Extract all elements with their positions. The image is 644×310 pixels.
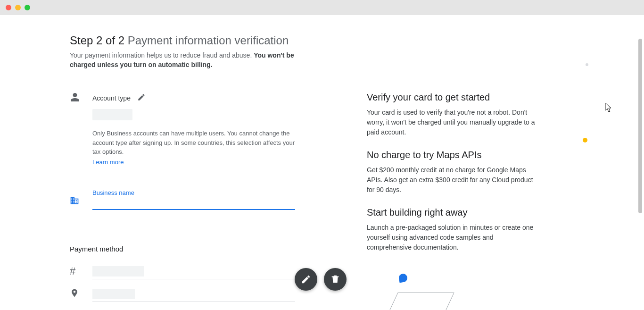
card-number-value [92,266,144,276]
window-maximize-button[interactable] [25,5,30,10]
location-icon [70,288,79,300]
billing-address-field[interactable] [92,286,295,302]
page-body: Step 2 of 2 Payment information verifica… [0,15,644,310]
decorative-dot [586,63,588,66]
decorative-dot [583,138,587,142]
window-minimize-button[interactable] [15,5,21,10]
info-text-1: Your card is used to verify that you're … [367,108,537,137]
info-heading-2: No charge to try Maps APIs [367,150,537,160]
delete-button[interactable] [324,268,347,291]
subtitle-part-a: Your payment information helps us to red… [70,51,254,59]
page-title: Step 2 of 2 Payment information verifica… [70,34,541,47]
account-type-value [92,109,132,120]
window-titlebar [0,0,644,15]
info-heading-1: Verify your card to get started [367,92,537,103]
cursor-icon [605,103,613,114]
payment-method-heading: Payment method [70,245,320,253]
edit-button[interactable] [295,268,317,291]
person-icon [70,92,80,104]
card-number-field[interactable] [92,263,295,279]
scrollbar-thumb[interactable] [638,39,642,213]
info-text-3: Launch a pre-packaged solution in minute… [367,223,537,252]
step-title-text: Payment information verification [128,34,289,47]
decorative-shape [387,293,454,310]
account-type-label: Account type [92,94,131,102]
billing-address-value [92,289,135,299]
pencil-icon[interactable] [131,93,146,103]
step-prefix: Step 2 of 2 [70,34,124,47]
business-icon [70,196,79,207]
hash-icon: # [70,265,75,277]
business-name-label: Business name [92,189,134,196]
learn-more-link[interactable]: Learn more [92,158,124,167]
info-text-2: Get $200 monthly credit at no charge for… [367,165,537,195]
info-heading-3: Start building right away [367,207,537,218]
account-type-help: Only Business accounts can have multiple… [92,129,300,167]
page-subtitle: Your payment information helps us to red… [70,51,305,69]
window-close-button[interactable] [6,5,11,10]
